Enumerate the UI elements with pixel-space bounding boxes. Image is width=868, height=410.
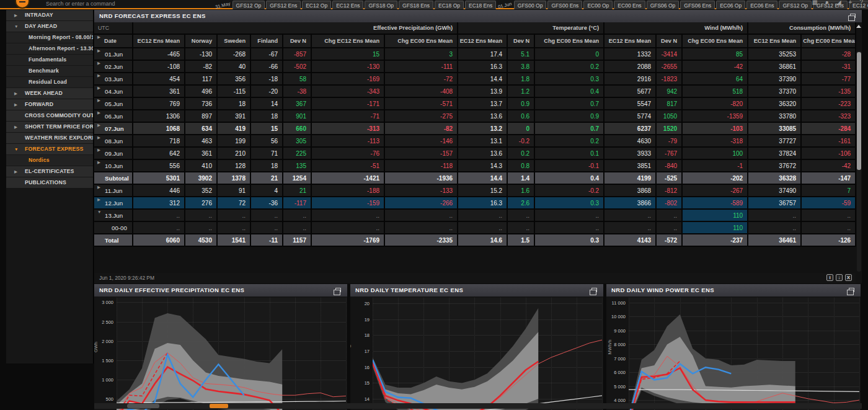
tab-gfs18-ens[interactable]: GFS18 Ens	[399, 1, 433, 9]
tab-gfs12-ens[interactable]: GFS12 Ens	[266, 1, 301, 9]
expand-row-icon[interactable]: ▶	[97, 185, 100, 190]
table-row-06-jun[interactable]: ▶06.Jun130689739118901-71-27513.60.60.95…	[94, 110, 856, 122]
expand-row-icon[interactable]: ▶	[97, 86, 100, 91]
bottom-horizontal-scrollbar[interactable]	[94, 403, 862, 409]
column-header-chg-ec12-ens-mean-6[interactable]: Chg EC12 Ens Mean	[311, 34, 384, 48]
tab-ec18-op[interactable]: EC18 Op	[435, 1, 464, 9]
popout-window-icon[interactable]	[335, 288, 341, 292]
sidebar-item-forecast-express[interactable]: ▼FORECAST EXPRESS	[6, 144, 93, 154]
expand-row-icon[interactable]: ▶	[97, 98, 100, 103]
expand-row-icon[interactable]: ▶	[97, 135, 100, 140]
expand-row-icon[interactable]: ▶	[97, 148, 100, 153]
expand-row-icon[interactable]: ▶	[97, 73, 100, 78]
column-header-ec12-ens-mean-8[interactable]: EC12 Ens Mean	[458, 34, 507, 48]
column-header-chg-ec00-ens-mean-7[interactable]: Chg EC00 Ens Mean	[384, 34, 458, 48]
tab-ec00-ens[interactable]: EC00 Ens	[614, 1, 645, 9]
info-icon[interactable]: i	[826, 274, 833, 281]
tab-ec18-ens[interactable]: EC18 Ens	[465, 1, 496, 9]
table-row-05-jun[interactable]: ▶05.Jun7697361814367-171-57113.70.90.755…	[94, 97, 856, 110]
scroll-up-arrow-icon[interactable]	[856, 25, 861, 28]
app-logo-icon[interactable]	[15, 0, 30, 9]
column-header-ec12-ens-mean-11[interactable]: EC12 Ens Mean	[604, 34, 656, 48]
sidebar-item-cross-commodity-outlook[interactable]: CROSS COMMODITY OUTLOOK	[6, 110, 93, 121]
apps-icon[interactable]: ▦	[812, 0, 817, 7]
column-header-chg-ec00-ens-mean-13[interactable]: Chg EC00 Ens Mean	[682, 34, 748, 48]
expand-row-icon[interactable]: ▶	[97, 160, 100, 165]
sidebar-item-afternoon-report-13-30[interactable]: Afternoon Report - 13.30	[6, 43, 93, 54]
table-row-total[interactable]: Total606045301541-111157-1769-233514.61.…	[94, 234, 856, 246]
expand-row-icon[interactable]: ▶	[97, 197, 100, 202]
table-row-00-00[interactable]: 00-00........................110....	[94, 221, 856, 234]
column-header-dev-n-9[interactable]: Dev N	[507, 34, 534, 48]
expand-all-icon[interactable]: ▶	[97, 35, 100, 40]
tab-ec12-ens[interactable]: EC12 Ens	[332, 1, 363, 9]
popout-window-icon[interactable]	[850, 14, 856, 18]
tab-gfs00-op[interactable]: GFS00 Op	[514, 1, 547, 9]
sidebar-item-weather-risk-explorer[interactable]: WEATHER RISK EXPLORER	[6, 133, 93, 143]
column-header-ec12-ens-mean-14[interactable]: EC12 Ens Mean	[748, 34, 801, 48]
column-header-ec12-ens-mean-1[interactable]: EC12 Ens Mean	[133, 34, 185, 48]
collapse-row-icon[interactable]: ▼	[97, 210, 101, 214]
sidebar-item-morning-report-08-00-11-00[interactable]: Morning Report - 08.00/11.00	[6, 32, 93, 43]
expand-row-icon[interactable]: ▶	[97, 110, 100, 115]
table-row-03-jun[interactable]: ▶03.Jun454117356-1858-169-7214.41.80.329…	[94, 73, 856, 85]
tab-ec06-op[interactable]: EC06 Op	[716, 1, 745, 9]
column-header-chg-ec00-ens-mean-10[interactable]: Chg EC00 Ens Mean	[534, 34, 604, 48]
scrollbar-thumb-active[interactable]	[210, 404, 228, 408]
table-row-12-jun[interactable]: ▶12.Jun31227672-36-117-159-26616.32.60.3…	[94, 197, 856, 209]
table-row-09-jun[interactable]: ▶09.Jun64236121071225-76-15713.60.20.139…	[94, 147, 856, 159]
expand-row-icon[interactable]: ▶	[97, 48, 100, 53]
help-icon[interactable]: ?	[859, 0, 863, 7]
y-axis-tick-label: 14	[350, 396, 370, 402]
popout-window-icon[interactable]	[591, 288, 597, 292]
sidebar-item-intraday[interactable]: ▶INTRADAY	[6, 10, 93, 20]
sidebar-item-forward[interactable]: ▶FORWARD	[6, 99, 93, 110]
sidebar-item-publications[interactable]: PUBLICATIONS	[6, 177, 93, 188]
expand-row-icon[interactable]: ▶	[97, 123, 100, 128]
chat-icon[interactable]: ◢	[836, 0, 841, 7]
sidebar-item-fundamentals[interactable]: Fundamentals	[6, 55, 93, 65]
tab-ec06-ens[interactable]: EC06 Ens	[746, 1, 777, 9]
table-row-subtotal[interactable]: Subtotal530139021378211254-1421-193614.4…	[94, 172, 856, 184]
column-header-sweden-3[interactable]: Sweden	[217, 34, 250, 48]
user-icon[interactable]: ●	[825, 0, 829, 7]
column-header-chg-ec00-ens-mean-15[interactable]: Chg EC00 Ens Mean	[801, 34, 856, 48]
tab-gfs18-op[interactable]: GFS18 Op	[365, 1, 397, 9]
table-row-07-jun[interactable]: ▶07.Jun106863441915660-313-8213.200.7623…	[94, 122, 856, 135]
column-header-date-0[interactable]: ▶Date	[94, 34, 133, 48]
tab-gfs12-op[interactable]: GFS12 Op	[232, 1, 265, 9]
sidebar-item-short-term-price-forecast[interactable]: ▶SHORT TERM PRICE FORECAST	[6, 122, 93, 132]
table-row-10-jun[interactable]: ▶10.Jun55641012818135-51-11814.30.8-0.13…	[94, 159, 856, 172]
tab-gfs12-op[interactable]: GFS12 Op	[779, 1, 812, 9]
sidebar-item-el-certificates[interactable]: ▶EL-CERTIFICATES	[6, 166, 93, 177]
expand-row-icon[interactable]: ▶	[97, 61, 100, 66]
column-header-dev-n-5[interactable]: Dev N	[283, 34, 311, 48]
column-header-dev-n-12[interactable]: Dev N	[656, 34, 682, 48]
sidebar-item-nordics[interactable]: Nordics	[6, 155, 93, 166]
add-icon[interactable]: +	[849, 0, 852, 7]
column-header-norway-2[interactable]: Norway	[185, 34, 217, 48]
sidebar-item-week-ahead[interactable]: ▶WEEK AHEAD	[6, 88, 93, 99]
table-row-08-jun[interactable]: ▶08.Jun71846319956305-113-14613.1-0.20.2…	[94, 135, 856, 147]
column-header-finland-4[interactable]: Finland	[250, 34, 283, 48]
table-row-13-jun[interactable]: ▼13.Jun........................110....	[94, 209, 856, 221]
tab-ec12-op[interactable]: EC12 Op	[302, 1, 331, 9]
scrollbar-thumb[interactable]	[857, 52, 861, 170]
tab-ec00-op[interactable]: EC00 Op	[583, 1, 613, 9]
sidebar-item-benchmark[interactable]: Benchmark	[6, 66, 93, 76]
excel-export-icon[interactable]: X	[845, 274, 852, 281]
tab-gfs06-ens[interactable]: GFS06 Ens	[680, 1, 715, 9]
table-vertical-scrollbar[interactable]	[857, 51, 861, 272]
tab-gfs00-ens[interactable]: GFS00 Ens	[547, 1, 582, 9]
sidebar-item-residual-load[interactable]: Residual Load	[6, 77, 93, 87]
table-row-11-jun[interactable]: ▶11.Jun44635291421-188-13315.21.6-0.2386…	[94, 184, 856, 197]
scrollbar-thumb[interactable]	[127, 404, 159, 408]
command-search-input[interactable]: Search or enter a command	[46, 1, 115, 7]
table-row-02-jun[interactable]: ▶02.Jun-108-8240-66-502-130-11116.33.80.…	[94, 60, 856, 73]
table-row-04-jun[interactable]: ▶04.Jun361496-115-20-38-343-40813.91.20.…	[94, 85, 856, 97]
download-icon[interactable]: ↓	[836, 274, 843, 281]
tab-gfs06-op[interactable]: GFS06 Op	[647, 1, 680, 9]
sidebar-item-day-ahead[interactable]: ▼DAY AHEAD	[6, 21, 93, 32]
popout-window-icon[interactable]	[849, 288, 854, 292]
table-row-01-jun[interactable]: ▶01.Jun-465-130-268-67-85715317.45.10133…	[94, 48, 856, 60]
